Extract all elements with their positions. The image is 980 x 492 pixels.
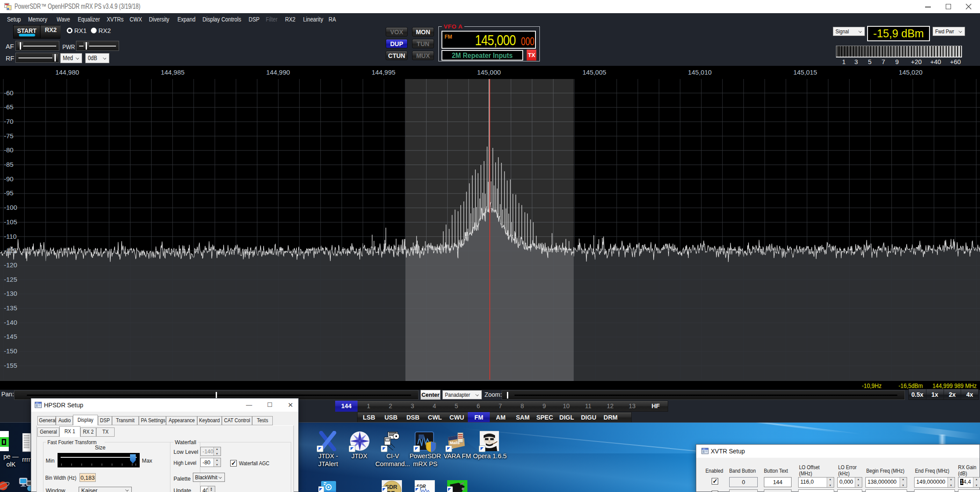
svg-text:DT: DT: [387, 490, 394, 492]
svg-text:Mails: Mails: [450, 441, 460, 445]
